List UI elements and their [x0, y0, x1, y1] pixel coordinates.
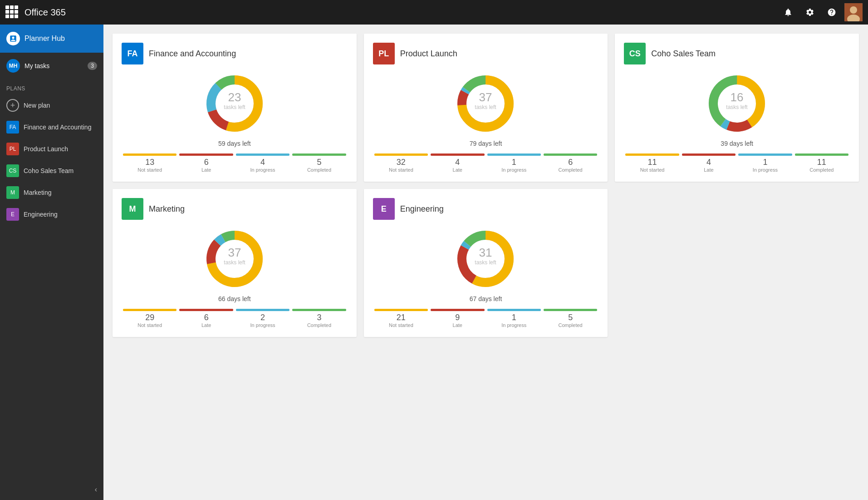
- svg-text:31: 31: [479, 246, 492, 259]
- stat-item-late: 9 Late: [429, 313, 485, 328]
- svg-text:tasks left: tasks left: [224, 104, 245, 110]
- days-left: 66 days left: [122, 295, 348, 302]
- sidebar: Planner Hub MH My tasks 3 Plans + New pl…: [0, 25, 103, 500]
- waffle-menu[interactable]: [5, 5, 19, 19]
- donut-chart: 31 tasks left: [454, 227, 517, 291]
- donut-container: 37 tasks left: [122, 227, 348, 291]
- stat-item-completed: 5 Completed: [542, 313, 598, 328]
- stat-bar-red: [179, 309, 233, 311]
- card-abbr: M: [122, 198, 143, 220]
- days-left: 39 days left: [624, 140, 850, 147]
- svg-text:23: 23: [228, 90, 241, 104]
- stats-bars: [373, 309, 599, 311]
- svg-text:37: 37: [479, 90, 492, 104]
- main-layout: Planner Hub MH My tasks 3 Plans + New pl…: [0, 25, 868, 500]
- stats-bars: [624, 153, 850, 156]
- stat-bar-blue: [738, 153, 792, 156]
- plan-label-finance: Finance and Accounting: [24, 124, 91, 131]
- stats-bars: [373, 153, 599, 156]
- donut-container: 31 tasks left: [373, 227, 599, 291]
- stat-item-in-progress: 1 In progress: [737, 158, 793, 173]
- plan-label-coho-sales: Coho Sales Team: [24, 167, 74, 174]
- new-plan-label: New plan: [24, 102, 50, 109]
- stat-item-not-started: 21 Not started: [373, 313, 429, 328]
- help-icon[interactable]: [823, 3, 841, 21]
- donut-container: 37 tasks left: [373, 72, 599, 135]
- card-engineering[interactable]: E Engineering 31 tasks left 67 days left…: [364, 189, 608, 337]
- card-header: M Marketing: [122, 198, 348, 220]
- stats-numbers: 32 Not started 4 Late 1 In progress 6 Co…: [373, 158, 599, 173]
- card-abbr: CS: [624, 43, 646, 64]
- stat-item-not-started: 29 Not started: [122, 313, 178, 328]
- stat-bar-green: [544, 309, 597, 311]
- plan-icon-product-launch: PL: [6, 143, 19, 155]
- plan-icon-coho-sales: CS: [6, 164, 19, 177]
- plan-icon-marketing: M: [6, 186, 19, 199]
- plan-label-product-launch: Product Launch: [24, 145, 68, 153]
- plan-label-marketing: Marketing: [24, 189, 51, 196]
- svg-text:16: 16: [731, 90, 744, 104]
- my-tasks-label: My tasks: [25, 62, 49, 69]
- donut-chart: 16 tasks left: [705, 72, 769, 135]
- plan-icon-engineering: E: [6, 208, 19, 221]
- stat-item-completed: 6 Completed: [542, 158, 598, 173]
- cards-grid: FA Finance and Accounting 23 tasks left …: [113, 34, 859, 337]
- user-avatar[interactable]: [844, 3, 863, 21]
- card-header: FA Finance and Accounting: [122, 43, 348, 64]
- sidebar-item-marketing[interactable]: M Marketing: [0, 182, 103, 203]
- svg-point-1: [850, 6, 857, 14]
- stat-bar-green: [544, 153, 597, 156]
- plan-label-engineering: Engineering: [24, 211, 58, 218]
- sidebar-collapse-button[interactable]: ‹: [0, 479, 103, 500]
- stat-item-completed: 3 Completed: [291, 313, 347, 328]
- stats-numbers: 29 Not started 6 Late 2 In progress 3 Co…: [122, 313, 348, 328]
- stats-numbers: 13 Not started 6 Late 4 In progress 5 Co…: [122, 158, 348, 173]
- stats-numbers: 21 Not started 9 Late 1 In progress 5 Co…: [373, 313, 599, 328]
- chevron-left-icon: ‹: [95, 485, 97, 494]
- planner-hub-icon: [6, 32, 20, 45]
- stat-item-completed: 11 Completed: [794, 158, 850, 173]
- card-header: E Engineering: [373, 198, 599, 220]
- card-coho-sales[interactable]: CS Coho Sales Team 16 tasks left 39 days…: [615, 34, 859, 182]
- stats-bars: [122, 309, 348, 311]
- stat-bar-red: [179, 153, 233, 156]
- stat-bar-yellow: [374, 153, 428, 156]
- stat-bar-yellow: [625, 153, 679, 156]
- card-title: Marketing: [149, 204, 185, 214]
- plans-section-label: Plans: [0, 79, 103, 94]
- donut-container: 23 tasks left: [122, 72, 348, 135]
- sidebar-item-product-launch[interactable]: PL Product Launch: [0, 138, 103, 160]
- card-marketing[interactable]: M Marketing 37 tasks left 66 days left 2…: [113, 189, 357, 337]
- stat-bar-blue: [487, 153, 541, 156]
- sidebar-item-engineering[interactable]: E Engineering: [0, 203, 103, 225]
- stat-item-in-progress: 4 In progress: [235, 158, 291, 173]
- card-title: Engineering: [400, 204, 444, 214]
- donut-chart: 37 tasks left: [203, 227, 266, 291]
- plus-icon: +: [6, 99, 19, 112]
- days-left: 67 days left: [373, 295, 599, 302]
- sidebar-item-my-tasks[interactable]: MH My tasks 3: [0, 53, 103, 79]
- card-finance[interactable]: FA Finance and Accounting 23 tasks left …: [113, 34, 357, 182]
- card-abbr: FA: [122, 43, 143, 64]
- stat-bar-blue: [487, 309, 541, 311]
- stat-bar-yellow: [123, 153, 177, 156]
- sidebar-item-finance[interactable]: FA Finance and Accounting: [0, 116, 103, 138]
- donut-chart: 37 tasks left: [454, 72, 517, 135]
- stat-item-late: 6 Late: [178, 158, 234, 173]
- plan-icon-finance: FA: [6, 121, 19, 134]
- sidebar-item-planner-hub[interactable]: Planner Hub: [0, 25, 103, 53]
- sidebar-item-coho-sales[interactable]: CS Coho Sales Team: [0, 160, 103, 182]
- card-title: Product Launch: [400, 49, 457, 59]
- stat-item-in-progress: 2 In progress: [235, 313, 291, 328]
- settings-icon[interactable]: [801, 3, 819, 21]
- stat-item-late: 4 Late: [681, 158, 737, 173]
- sidebar-new-plan[interactable]: + New plan: [0, 94, 103, 116]
- stat-item-completed: 5 Completed: [291, 158, 347, 173]
- stat-bar-green: [292, 309, 346, 311]
- stat-item-not-started: 11 Not started: [624, 158, 680, 173]
- svg-text:tasks left: tasks left: [475, 259, 497, 266]
- stat-item-late: 6 Late: [178, 313, 234, 328]
- card-product-launch[interactable]: PL Product Launch 37 tasks left 79 days …: [364, 34, 608, 182]
- notification-icon[interactable]: [779, 3, 797, 21]
- donut-chart: 23 tasks left: [203, 72, 266, 135]
